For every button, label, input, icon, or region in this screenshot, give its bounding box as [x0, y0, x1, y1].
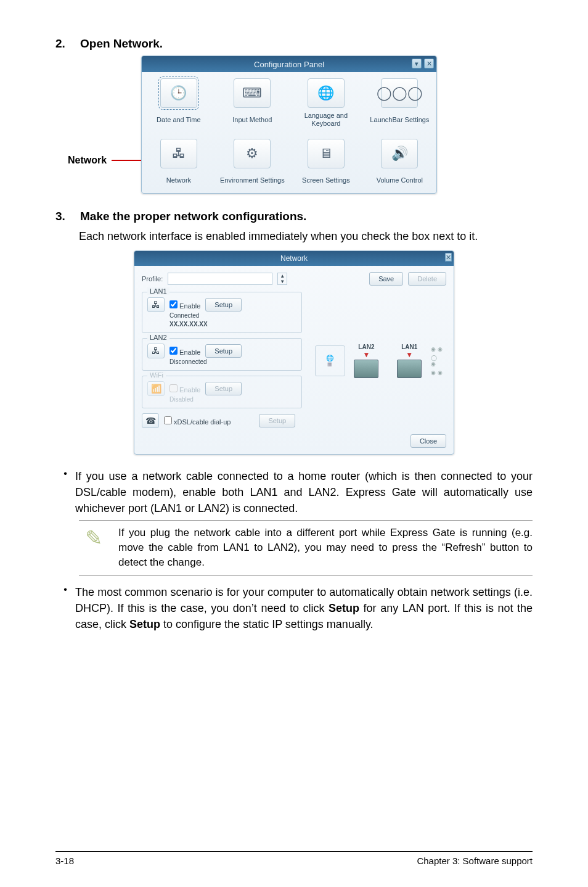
- lan1-title: LAN1: [147, 287, 169, 295]
- pc-icon: [397, 360, 422, 378]
- lan2-enable-checkbox[interactable]: [169, 347, 178, 355]
- config-panel-item-label: Input Method: [232, 112, 272, 128]
- step-2-heading: 2. Open Network.: [55, 37, 533, 51]
- step-3-number: 3.: [55, 210, 80, 223]
- environment-settings-icon: ⚙: [234, 139, 271, 168]
- screen-settings-icon: 🖥: [308, 139, 345, 168]
- minimize-icon[interactable]: ▾: [412, 59, 422, 68]
- step-3-title: Make the proper network configurations.: [80, 210, 306, 223]
- profile-combo[interactable]: [168, 273, 272, 285]
- wifi-title: WiFi: [147, 371, 166, 379]
- xdsl-enable[interactable]: xDSL/cable dial-up: [164, 416, 231, 426]
- step-3-body: Each network interface is enabled immedi…: [79, 228, 533, 244]
- config-panel-item-language-and-keyboard[interactable]: 🌐Language and Keyboard: [289, 72, 363, 133]
- lan2-setup-button[interactable]: Setup: [205, 344, 242, 358]
- network-icon: 🖧: [160, 139, 197, 168]
- network-topology-diagram: 🌐▦ LAN2 ▼ LAN1 ▼ ◉ ◉ ◯ ◉ ◉ ◉: [314, 330, 444, 392]
- bullet-2-text: The most common scenario is for your com…: [75, 584, 533, 632]
- wifi-nic-icon: 📶: [147, 381, 165, 396]
- lan2-status: Disconnected: [169, 358, 296, 365]
- language-keyboard-icon: 🌐: [308, 78, 345, 108]
- led-icon: ◉ ◉: [431, 369, 443, 376]
- lan2-diagram: LAN2 ▼: [345, 344, 388, 378]
- step-2-title: Open Network.: [80, 37, 163, 51]
- network-dialog-titlebar: Network ✕: [134, 251, 454, 266]
- network-pointer-line: [112, 160, 141, 161]
- bullet-2: • The most common scenario is for your c…: [55, 584, 533, 632]
- lan1-status: Connected: [169, 312, 296, 319]
- configuration-panel-window: Configuration Panel ▾ ✕ 🕒Date and Time⌨I…: [141, 56, 437, 194]
- profile-row: Profile: ▲ ▼ Save Delete: [142, 272, 446, 286]
- input-method-icon: ⌨: [234, 78, 271, 108]
- bullet-1: • If you use a network cable connected t…: [55, 468, 533, 516]
- config-panel-item-environment-settings[interactable]: ⚙Environment Settings: [216, 133, 290, 193]
- save-button[interactable]: Save: [369, 272, 403, 286]
- wifi-setup-button: Setup: [205, 382, 242, 395]
- note-text: If you plug the network cable into a dif…: [118, 526, 533, 569]
- close-icon[interactable]: ✕: [445, 253, 452, 262]
- lan2-group: LAN2 🖧 Enable Setup Disconnected: [142, 338, 302, 371]
- launchbar-settings-icon: ◯◯◯: [381, 78, 418, 108]
- modem-icon: ☎: [142, 413, 159, 428]
- config-panel-item-label: Screen Settings: [302, 172, 350, 188]
- close-icon[interactable]: ✕: [424, 59, 434, 68]
- pencil-note-icon: ✎: [79, 526, 108, 550]
- config-panel-item-label: Volume Control: [377, 172, 423, 188]
- internet-globe-icon: 🌐▦: [315, 345, 345, 376]
- config-panel-item-screen-settings[interactable]: 🖥Screen Settings: [289, 133, 363, 193]
- xdsl-setup-button: Setup: [259, 414, 295, 427]
- arrow-down-icon: ▼: [406, 353, 413, 357]
- pc-icon: [354, 360, 378, 378]
- config-panel-item-volume-control[interactable]: 🔊Volume Control: [363, 133, 437, 193]
- lan1-nic-icon: 🖧: [147, 297, 165, 312]
- config-panel-item-launchbar-settings[interactable]: ◯◯◯LaunchBar Settings: [363, 72, 437, 133]
- config-panel-item-input-method[interactable]: ⌨Input Method: [216, 72, 290, 133]
- page-footer: 3-18 Chapter 3: Software support: [55, 851, 533, 866]
- date-and-time-icon: 🕒: [160, 78, 197, 108]
- config-panel-item-label: Date and Time: [157, 112, 201, 128]
- wifi-group: WiFi 📶 Enable Setup Disabled: [142, 376, 302, 408]
- lan1-enable[interactable]: Enable: [169, 300, 200, 310]
- led-icon: ◉ ◉: [431, 346, 443, 352]
- lan1-enable-checkbox[interactable]: [169, 300, 178, 308]
- config-panel-item-date-and-time[interactable]: 🕒Date and Time: [142, 72, 216, 133]
- profile-label: Profile:: [142, 275, 163, 283]
- arrow-down-icon: ▼: [362, 353, 370, 357]
- close-button[interactable]: Close: [410, 434, 446, 448]
- volume-control-icon: 🔊: [381, 139, 418, 168]
- bullet-1-text: If you use a network cable connected to …: [75, 468, 533, 516]
- config-panel-item-label: LaunchBar Settings: [370, 112, 429, 128]
- lan2-title: LAN2: [147, 334, 169, 341]
- wifi-status: Disabled: [169, 396, 296, 403]
- configuration-panel-figure: Network Configuration Panel ▾ ✕ 🕒Date an…: [68, 56, 533, 194]
- network-dialog-title: Network: [280, 254, 308, 263]
- profile-spin-down-icon[interactable]: ▼: [278, 279, 287, 284]
- xdsl-row: ☎ xDSL/cable dial-up Setup: [142, 413, 446, 428]
- bullet-dot: •: [55, 584, 75, 632]
- xdsl-enable-checkbox[interactable]: [164, 416, 172, 424]
- config-panel-item-label: Environment Settings: [220, 172, 285, 188]
- configuration-panel-titlebar: Configuration Panel ▾ ✕: [142, 56, 436, 72]
- lan1-ip: XX.XX.XX.XX: [169, 321, 296, 328]
- network-pointer-label: Network: [68, 155, 107, 166]
- config-panel-item-network[interactable]: 🖧Network: [142, 133, 216, 193]
- led-icon: ◯ ◉: [431, 355, 443, 367]
- lan2-enable[interactable]: Enable: [169, 347, 200, 356]
- wifi-enable: Enable: [169, 384, 200, 394]
- note-box: ✎ If you plug the network cable into a d…: [79, 520, 533, 575]
- configuration-panel-title: Configuration Panel: [254, 60, 324, 69]
- profile-spin-up-icon[interactable]: ▲: [278, 273, 287, 279]
- lan1-diagram: LAN1 ▼: [388, 344, 431, 378]
- network-dialog: Network ✕ Profile: ▲ ▼ Save Delete LAN1 …: [134, 250, 454, 455]
- delete-button[interactable]: Delete: [408, 272, 446, 286]
- lan2-nic-icon: 🖧: [147, 344, 165, 358]
- chapter-label: Chapter 3: Software support: [417, 856, 533, 866]
- config-panel-item-label: Language and Keyboard: [292, 112, 361, 128]
- wifi-enable-checkbox: [169, 384, 178, 392]
- page-number: 3-18: [55, 856, 74, 866]
- step-2-number: 2.: [55, 37, 80, 51]
- config-panel-item-label: Network: [166, 172, 191, 188]
- lan1-setup-button[interactable]: Setup: [205, 298, 242, 311]
- bullet-dot: •: [55, 468, 75, 516]
- step-3-heading: 3. Make the proper network configuration…: [55, 210, 533, 223]
